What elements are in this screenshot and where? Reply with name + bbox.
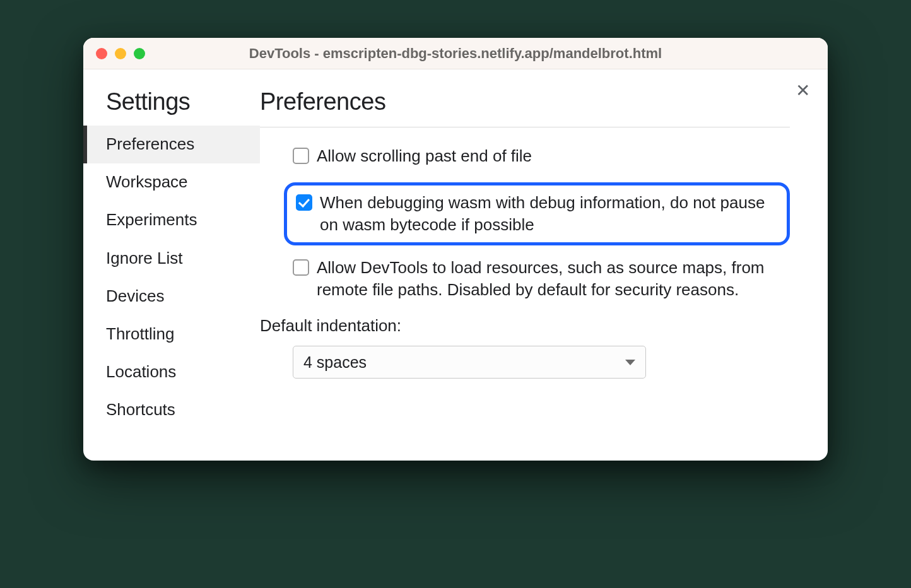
option-wasm-skip-bytecode[interactable]: When debugging wasm with debug informati… bbox=[284, 182, 790, 245]
sidebar-item-label: Shortcuts bbox=[106, 400, 175, 419]
sidebar-item-label: Ignore List bbox=[106, 249, 182, 268]
window-title: DevTools - emscripten-dbg-stories.netlif… bbox=[83, 45, 828, 62]
sidebar-item-label: Preferences bbox=[106, 134, 194, 153]
minimize-window-button[interactable] bbox=[115, 48, 126, 59]
close-window-button[interactable] bbox=[96, 48, 107, 59]
panel-title: Preferences bbox=[260, 88, 790, 115]
settings-content: ✕ Settings Preferences Workspace Experim… bbox=[83, 69, 828, 461]
sidebar-item-devices[interactable]: Devices bbox=[83, 278, 260, 315]
traffic-lights bbox=[96, 48, 145, 59]
checkbox-wasm-skip-bytecode[interactable] bbox=[296, 194, 312, 211]
option-allow-remote-file-paths[interactable]: Allow DevTools to load resources, such a… bbox=[293, 257, 790, 301]
close-icon[interactable]: ✕ bbox=[796, 82, 810, 100]
sidebar-item-label: Workspace bbox=[106, 172, 188, 191]
indentation-select[interactable]: 4 spaces bbox=[293, 346, 646, 379]
sidebar-item-locations[interactable]: Locations bbox=[83, 353, 260, 391]
sidebar-item-workspace[interactable]: Workspace bbox=[83, 163, 260, 201]
sidebar-item-experiments[interactable]: Experiments bbox=[83, 201, 260, 239]
checkbox-allow-scroll-past-eof[interactable] bbox=[293, 148, 309, 164]
option-allow-scroll-past-eof[interactable]: Allow scrolling past end of file bbox=[293, 145, 790, 167]
sidebar-item-preferences[interactable]: Preferences bbox=[83, 126, 260, 163]
chevron-down-icon bbox=[625, 360, 635, 365]
option-label: When debugging wasm with debug informati… bbox=[320, 192, 778, 236]
sidebar-item-label: Experiments bbox=[106, 210, 197, 229]
settings-sidebar: Settings Preferences Workspace Experimen… bbox=[83, 69, 260, 461]
checkbox-allow-remote-file-paths[interactable] bbox=[293, 259, 309, 276]
sidebar-item-shortcuts[interactable]: Shortcuts bbox=[83, 391, 260, 429]
sidebar-item-label: Throttling bbox=[106, 324, 174, 343]
sidebar-item-label: Locations bbox=[106, 362, 176, 381]
indentation-select-value: 4 spaces bbox=[303, 353, 367, 372]
devtools-settings-window: DevTools - emscripten-dbg-stories.netlif… bbox=[83, 38, 828, 461]
option-label: Allow scrolling past end of file bbox=[317, 145, 532, 167]
divider bbox=[260, 127, 790, 127]
sidebar-item-label: Devices bbox=[106, 286, 164, 305]
preferences-panel: Preferences Allow scrolling past end of … bbox=[260, 69, 828, 461]
option-label: Allow DevTools to load resources, such a… bbox=[317, 257, 790, 301]
indentation-label: Default indentation: bbox=[260, 316, 790, 336]
sidebar-item-ignore-list[interactable]: Ignore List bbox=[83, 240, 260, 278]
sidebar-title: Settings bbox=[83, 88, 260, 115]
maximize-window-button[interactable] bbox=[134, 48, 145, 59]
sidebar-item-throttling[interactable]: Throttling bbox=[83, 315, 260, 353]
indentation-select-wrap: 4 spaces bbox=[293, 346, 790, 379]
titlebar: DevTools - emscripten-dbg-stories.netlif… bbox=[83, 38, 828, 69]
